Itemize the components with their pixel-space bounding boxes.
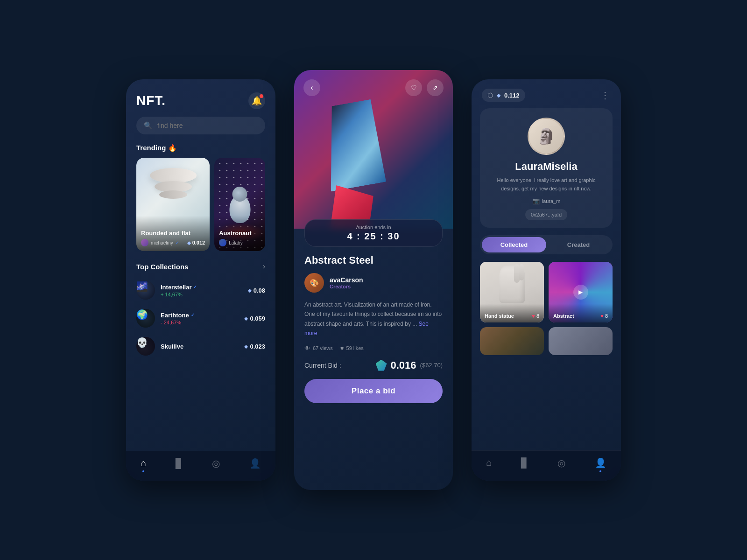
- chart-icon-3: ▊: [521, 457, 528, 469]
- more-options-button[interactable]: ⋮: [600, 90, 611, 101]
- trending-card-2-meta: Lalaby: [219, 239, 261, 246]
- nft-actions: ♡ ⇗: [405, 79, 444, 96]
- p1-header: NFT. 🔔: [126, 79, 275, 117]
- collection-name-3: Skullive: [161, 343, 239, 350]
- collection-name-2: Earthtone ✓: [161, 312, 239, 319]
- nft-stats: 👁 67 views ♥ 59 likes: [304, 345, 443, 352]
- collection-info-1: Interstellar ✓ + 14,67%: [161, 284, 242, 297]
- nav-home-1[interactable]: ⌂: [141, 458, 146, 472]
- place-bid-button[interactable]: Place a bid: [304, 379, 443, 403]
- collection-item-2[interactable]: 🌍 Earthtone ✓ - 24,67% ◆ 0.059: [126, 304, 275, 332]
- steel-band-1: [324, 98, 386, 192]
- creator-role: Creators: [330, 284, 363, 289]
- nft-card-2-name: Abstract: [553, 313, 574, 319]
- collection-item-3[interactable]: 💀 Skullive ◆ 0.023: [126, 332, 275, 360]
- collections-title: Top Collections: [136, 263, 188, 271]
- nav-profile-1[interactable]: 👤: [249, 458, 261, 472]
- nft-card-abstract[interactable]: ▶ Abstract ♥ 8: [549, 262, 613, 322]
- share-button[interactable]: ⇗: [427, 79, 444, 96]
- nft-description: An abstract art. Visualization of an art…: [304, 300, 443, 338]
- likes-stat: ♥ 59 likes: [340, 345, 364, 352]
- home-icon-1: ⌂: [141, 458, 146, 469]
- heart-icon: ♥: [340, 345, 344, 352]
- trending-card-1[interactable]: Rounded and flat michaelmy ✓ ◆ 0.012: [136, 158, 210, 251]
- wallet-icon: ⬡: [487, 91, 493, 99]
- creator-info: avaCarson Creators: [330, 276, 363, 289]
- verified-1: ✓: [193, 285, 197, 289]
- auction-label: Auction ends in: [314, 224, 433, 230]
- tab-created[interactable]: Created: [546, 237, 611, 252]
- instagram-icon: 📷: [532, 197, 540, 204]
- collection-avatar-2: 🌍: [136, 309, 155, 328]
- nft-card-1-overlay: Hand statue ♥ 8: [480, 304, 544, 322]
- profile-tabs: Collected Created: [480, 235, 613, 254]
- collection-change-1: + 14,67%: [161, 292, 242, 297]
- trending-card-2[interactable]: Austronaut Lalaby: [214, 158, 265, 251]
- collection-name-1: Interstellar ✓: [161, 284, 242, 291]
- search-input[interactable]: [157, 122, 258, 129]
- collections-more-icon[interactable]: ›: [263, 262, 265, 271]
- collection-avatar-1: 🌌: [136, 281, 155, 300]
- nav-chart-1[interactable]: ▊: [176, 458, 183, 472]
- profile-card: 🗿 LauraMiselia Hello everyone, i really …: [480, 108, 613, 228]
- bottom-nav-1: ⌂ ▊ ◎ 👤: [126, 451, 275, 481]
- search-bar[interactable]: 🔍: [136, 117, 265, 134]
- eth-c2: ◆: [244, 316, 248, 321]
- nft-title: Abstract Steel: [304, 254, 443, 266]
- trending-section-title: Trending 🔥: [126, 144, 275, 158]
- user-icon-1: 👤: [249, 458, 261, 469]
- bid-amount: 0.016 ($62.70): [376, 359, 443, 371]
- tab-collected[interactable]: Collected: [482, 237, 546, 252]
- eth-c1: ◆: [248, 288, 252, 293]
- collection-avatar-3: 💀: [136, 337, 155, 356]
- wallet-address[interactable]: 0x2a67...yafd: [525, 209, 567, 220]
- nav-chart-3[interactable]: ▊: [521, 457, 528, 472]
- creator-name: avaCarson: [330, 276, 363, 284]
- p3-top-bar: ⬡ ◆ 0.112 ⋮: [472, 79, 621, 108]
- collection-price-3: ◆ 0.023: [244, 343, 265, 350]
- like-button[interactable]: ♡: [405, 79, 422, 96]
- heart-icon-2: ♥: [600, 313, 604, 319]
- nft-artwork: ‹ ♡ ⇗: [294, 70, 453, 229]
- wallet-chip[interactable]: ⬡ ◆ 0.112: [482, 89, 525, 102]
- collection-price-2: ◆ 0.059: [244, 315, 265, 322]
- nav-home-3[interactable]: ⌂: [486, 457, 492, 472]
- nft-card-4[interactable]: [549, 327, 613, 355]
- phone-1: NFT. 🔔 🔍 Trending 🔥: [126, 79, 275, 481]
- eye-icon: 👁: [304, 345, 310, 352]
- nav-profile-3[interactable]: 👤: [595, 457, 606, 472]
- auction-banner: Auction ends in 4 : 25 : 30: [304, 219, 443, 247]
- back-button[interactable]: ‹: [303, 79, 320, 96]
- compass-icon-3: ◎: [557, 457, 565, 469]
- nav-active-dot-1: [142, 470, 144, 472]
- trending-card-2-name: Austronaut: [219, 230, 261, 237]
- collection-price-1: ◆ 0.08: [248, 287, 265, 294]
- play-button[interactable]: ▶: [573, 285, 588, 300]
- nft-card-hand-statue[interactable]: Hand statue ♥ 8: [480, 262, 544, 322]
- heart-icon-1: ♥: [532, 313, 535, 319]
- collection-change-2: - 24,67%: [161, 320, 239, 325]
- nft-card-2-overlay: Abstract ♥ 8: [549, 304, 613, 322]
- trending-card-2-avatar: [219, 239, 226, 246]
- eth-small-icon: ◆: [497, 92, 500, 98]
- nav-active-dot-3: [599, 470, 601, 472]
- trending-card-1-price: ◆ 0.012: [187, 240, 205, 245]
- nav-explore-3[interactable]: ◎: [557, 457, 565, 472]
- nft-card-2-likes: ♥ 8: [600, 313, 608, 319]
- trending-card-1-name: Rounded and flat: [141, 230, 205, 237]
- collection-item-1[interactable]: 🌌 Interstellar ✓ + 14,67% ◆ 0.08: [126, 276, 275, 304]
- nft-gallery-grid: Hand statue ♥ 8 ▶ Abstract ♥ 8: [472, 262, 621, 355]
- nft-detail-content: Abstract Steel 🎨 avaCarson Creators An a…: [294, 247, 453, 411]
- app-logo: NFT.: [136, 93, 166, 108]
- creator-avatar: 🎨: [304, 273, 324, 293]
- nav-explore-1[interactable]: ◎: [212, 458, 220, 472]
- bid-usd: ($62.70): [420, 362, 443, 369]
- wallet-amount: 0.112: [504, 92, 520, 99]
- eth-icon-1: ◆: [187, 240, 191, 245]
- creator-row: 🎨 avaCarson Creators: [304, 273, 443, 293]
- eth-gem-icon: [376, 360, 387, 371]
- nft-card-3[interactable]: [480, 327, 544, 355]
- trending-card-2-creator: Lalaby: [229, 240, 242, 245]
- notification-button[interactable]: 🔔: [248, 92, 265, 109]
- profile-avatar: 🗿: [528, 118, 565, 155]
